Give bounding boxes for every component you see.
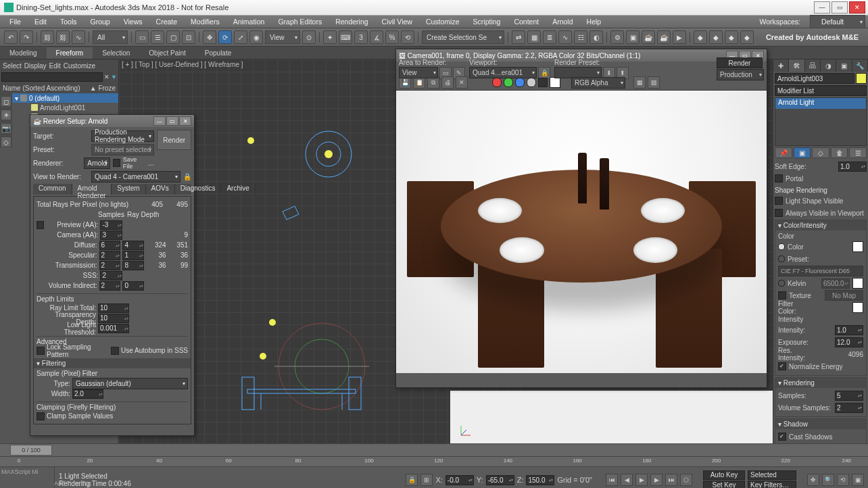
menu-views[interactable]: Views: [117, 16, 149, 27]
color-intensity-rollout[interactable]: ▾ Color/Intensity: [775, 220, 866, 230]
render-iter-button[interactable]: ☕: [657, 30, 671, 44]
autobump-check[interactable]: [111, 347, 119, 355]
snap-toggle-button[interactable]: 3: [354, 30, 368, 44]
fb-area-dropdown[interactable]: View: [399, 67, 438, 78]
nav-orbit-button[interactable]: ⟲: [837, 474, 849, 486]
rs-renderer-dropdown[interactable]: Arnold: [84, 157, 110, 169]
rs-close-button[interactable]: ✕: [179, 116, 191, 126]
scene-tab-customize[interactable]: Customize: [64, 62, 95, 70]
angle-snap-button[interactable]: ∡: [370, 30, 383, 44]
menu-group[interactable]: Group: [84, 16, 117, 27]
layer-button[interactable]: ≣: [543, 30, 556, 44]
x-spinner[interactable]: -0.0: [445, 475, 474, 485]
menu-content[interactable]: Content: [507, 16, 546, 27]
render-active-button[interactable]: ▶: [673, 30, 686, 44]
time-tag-label[interactable]: Add Time Tag: [54, 480, 91, 487]
rs-max-button[interactable]: ▭: [166, 116, 178, 126]
render-setup-button[interactable]: ⚙: [610, 30, 624, 44]
maximize-button[interactable]: ▭: [831, 1, 848, 14]
extra3-button[interactable]: ◆: [725, 30, 738, 44]
select-name-button[interactable]: ☰: [151, 30, 164, 44]
material-editor-button[interactable]: ◐: [589, 30, 603, 44]
cmd-tab-create[interactable]: ✚: [773, 59, 789, 72]
kelvin-swatch[interactable]: [852, 278, 863, 289]
clamp-check[interactable]: [37, 412, 45, 420]
named-selection-dropdown[interactable]: Create Selection Se: [422, 30, 504, 44]
window-crossing-button[interactable]: ⊡: [182, 30, 195, 44]
schematic-button[interactable]: ☷: [574, 30, 587, 44]
rs-tab-archive[interactable]: Archive: [221, 184, 255, 195]
color-swatch[interactable]: [852, 241, 863, 252]
ref-coord-dropdown[interactable]: View: [265, 30, 300, 44]
rs-tab-common[interactable]: Common: [33, 184, 72, 195]
rs-min-button[interactable]: —: [153, 116, 166, 126]
filtering-rollout[interactable]: ▾ Filtering: [34, 358, 191, 368]
cmd-tab-modify[interactable]: 🛠: [789, 59, 804, 72]
fb-clear-button[interactable]: ✕: [456, 76, 468, 89]
rs-tab-system[interactable]: System: [112, 184, 145, 195]
scene-tab-edit[interactable]: Edit: [49, 62, 61, 70]
menu-rendering[interactable]: Rendering: [329, 16, 375, 27]
ribbon-populate[interactable]: Populate: [195, 47, 241, 59]
ribbon-objectpaint[interactable]: Object Paint: [139, 47, 195, 59]
prev-frame-button[interactable]: ◀: [621, 474, 633, 486]
filter-cam-icon[interactable]: 📷: [1, 123, 11, 134]
nav-zoom-button[interactable]: 🔍: [822, 474, 834, 486]
rs-row-v1[interactable]: 2: [100, 271, 122, 280]
filter-light-icon[interactable]: ☀: [1, 109, 11, 120]
texture-checkbox[interactable]: [778, 291, 786, 299]
exposure-spinner[interactable]: 12.0: [835, 337, 863, 347]
scene-tab-select[interactable]: Select: [3, 62, 22, 70]
unique-button[interactable]: ◇: [812, 147, 829, 158]
menu-civil[interactable]: Civil View: [375, 16, 419, 27]
rotate-button[interactable]: ⟳: [218, 30, 232, 44]
fb-render-button[interactable]: Render: [717, 57, 763, 68]
intensity-spinner[interactable]: 1.0: [835, 325, 863, 335]
extra1-button[interactable]: ◆: [694, 30, 707, 44]
rs-row-v2[interactable]: 1: [122, 251, 144, 260]
mirror-button[interactable]: ⇄: [512, 30, 525, 44]
fb-print-button[interactable]: 🖨: [441, 76, 454, 89]
filter-geom-icon[interactable]: ◻: [1, 96, 11, 107]
render-button[interactable]: Render: [157, 130, 191, 150]
percent-snap-button[interactable]: %: [385, 30, 399, 44]
vol-samples-spinner[interactable]: 2: [835, 403, 863, 413]
render-frame-button[interactable]: ▣: [626, 30, 640, 44]
fb-overlay1-button[interactable]: ▦: [633, 76, 646, 89]
portal-checkbox[interactable]: [775, 174, 783, 182]
filter-helper-icon[interactable]: ◇: [1, 137, 11, 147]
kelvin-spinner[interactable]: 6500.0: [821, 278, 850, 289]
menu-edit[interactable]: Edit: [28, 16, 53, 27]
light-shape-checkbox[interactable]: [775, 197, 783, 205]
scale-button[interactable]: ⤢: [234, 30, 247, 44]
lock-selection-button[interactable]: 🔒: [406, 474, 418, 486]
link-button[interactable]: ⛓: [41, 30, 54, 44]
menu-create[interactable]: Create: [149, 16, 185, 27]
y-spinner[interactable]: -65.0: [486, 475, 514, 485]
unlink-button[interactable]: ⛓: [56, 30, 70, 44]
rs-row-v2[interactable]: 8: [122, 261, 144, 270]
low-light-spinner[interactable]: 0.001: [98, 324, 129, 333]
selected-dropdown[interactable]: Selected: [748, 470, 796, 480]
menu-tools[interactable]: Tools: [53, 16, 84, 27]
z-spinner[interactable]: 150.0: [526, 475, 554, 485]
move-button[interactable]: ✥: [203, 30, 216, 44]
rs-row-check[interactable]: [37, 221, 44, 229]
keyboard-shortcut-button[interactable]: ⌨: [339, 30, 352, 44]
filter-type-dropdown[interactable]: Gaussian (default): [72, 378, 188, 389]
rs-tab-aovs[interactable]: AOVs: [146, 184, 175, 195]
pin-stack-button[interactable]: 📌: [775, 147, 792, 158]
scene-close-icon[interactable]: ✕: [104, 74, 110, 80]
render-prod-button[interactable]: ☕: [642, 30, 655, 44]
align-button[interactable]: ▦: [527, 30, 541, 44]
cast-shadows-checkbox[interactable]: [778, 433, 786, 441]
stack-item[interactable]: Arnold Light: [775, 98, 866, 109]
viewport-top-label[interactable]: [ + ] [ Top ] [ User-Defined ] [ Wirefra…: [119, 59, 246, 70]
shadow-rollout[interactable]: ▾ Shadow: [775, 419, 866, 429]
scene-search-input[interactable]: [1, 72, 103, 82]
trans-depth-spinner[interactable]: 10: [98, 314, 129, 323]
undo-button[interactable]: ↶: [4, 30, 18, 44]
time-ruler[interactable]: 0 20 40 60 80 100 120 140 160 180 200 22…: [0, 456, 868, 466]
rs-row-v2[interactable]: 4: [122, 241, 144, 250]
rs-view-dropdown[interactable]: Quad 4 - Camera001: [91, 171, 180, 182]
